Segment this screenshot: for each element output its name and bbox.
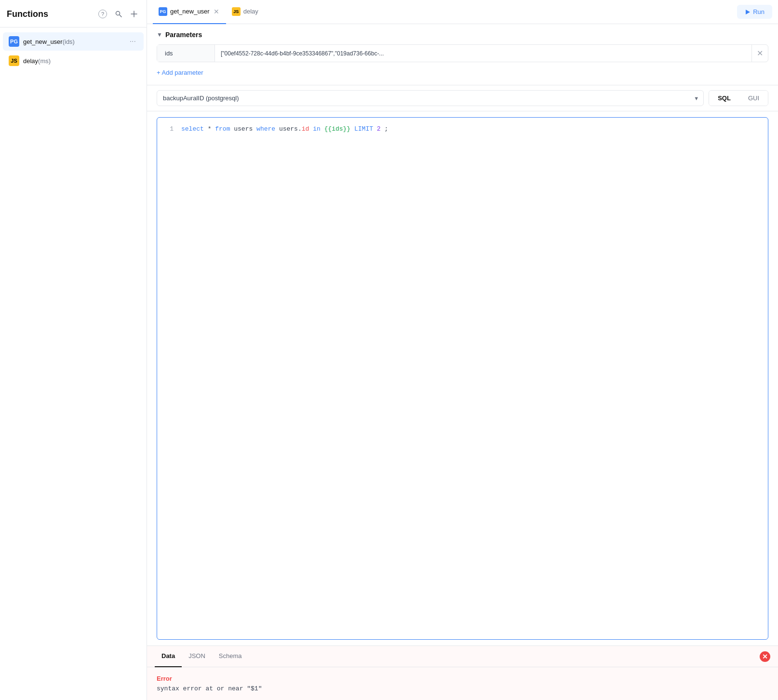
- gui-view-button[interactable]: GUI: [739, 91, 768, 106]
- results-tabs: Data JSON Schema ✕: [147, 646, 778, 667]
- sidebar-item-label: get_new_user(ids): [23, 38, 124, 45]
- param-key: ids: [157, 45, 215, 62]
- js-icon: JS: [9, 55, 19, 66]
- add-parameter-button[interactable]: + Add parameter: [157, 67, 203, 78]
- sidebar-item-delay[interactable]: JS delay(ms) ···: [3, 52, 144, 70]
- tab-label: get_new_user: [170, 8, 210, 15]
- param-value[interactable]: ["00ef4552-728c-44d6-b4bf-9ce353346867",…: [215, 45, 751, 62]
- svg-marker-4: [746, 10, 750, 14]
- item-more-button[interactable]: ···: [128, 36, 138, 47]
- tab-js-icon: JS: [232, 7, 241, 16]
- db-select[interactable]: backupAuralID (postgresql): [157, 90, 704, 106]
- sidebar-item-label: delay(ms): [23, 57, 138, 65]
- param-delete-button[interactable]: ✕: [751, 45, 768, 62]
- help-icon: ?: [98, 10, 107, 18]
- run-label: Run: [753, 8, 765, 15]
- main-area: PG get_new_user ✕ JS delay Run ▼ Paramet…: [147, 0, 778, 700]
- sidebar-title: Functions: [7, 9, 93, 19]
- search-button[interactable]: [113, 8, 124, 20]
- sidebar: Functions ? PG get_new_user(ids) ··· JS: [0, 0, 147, 700]
- code-line: 1 select * from users where users.id in …: [167, 125, 758, 133]
- param-row: ids ["00ef4552-728c-44d6-b4bf-9ce3533468…: [157, 44, 768, 62]
- sidebar-header: Functions ?: [0, 0, 147, 27]
- search-icon: [115, 10, 122, 18]
- code-editor[interactable]: 1 select * from users where users.id in …: [157, 117, 768, 640]
- sidebar-item-get-new-user[interactable]: PG get_new_user(ids) ···: [3, 32, 144, 51]
- error-label: Error: [157, 675, 768, 682]
- results-content: Error syntax error at or near "$1": [147, 667, 778, 700]
- svg-line-1: [120, 15, 121, 17]
- tab-delay[interactable]: JS delay: [226, 0, 264, 24]
- result-tab-data[interactable]: Data: [155, 646, 182, 667]
- tab-pg-icon: PG: [159, 7, 167, 16]
- chevron-down-icon: ▼: [157, 31, 162, 38]
- tab-close-button[interactable]: ✕: [213, 8, 220, 15]
- function-list: PG get_new_user(ids) ··· JS delay(ms) ··…: [0, 27, 147, 75]
- run-button[interactable]: Run: [737, 5, 772, 19]
- result-tab-schema[interactable]: Schema: [212, 646, 249, 667]
- parameters-section: ▼ Parameters ids ["00ef4552-728c-44d6-b4…: [147, 24, 778, 85]
- error-message: syntax error at or near "$1": [157, 685, 768, 692]
- help-button[interactable]: ?: [96, 8, 109, 20]
- close-error-button[interactable]: ✕: [760, 651, 770, 662]
- content-area: ▼ Parameters ids ["00ef4552-728c-44d6-b4…: [147, 24, 778, 700]
- parameters-title: Parameters: [165, 31, 202, 39]
- tabs-bar: PG get_new_user ✕ JS delay Run: [147, 0, 778, 24]
- tab-get-new-user[interactable]: PG get_new_user ✕: [153, 0, 226, 24]
- plus-icon: [130, 10, 138, 18]
- pg-icon: PG: [9, 36, 19, 47]
- results-area: Data JSON Schema ✕ Error syntax error at…: [147, 646, 778, 700]
- line-number: 1: [167, 125, 174, 133]
- sql-view-button[interactable]: SQL: [709, 91, 739, 106]
- db-toolbar: backupAuralID (postgresql) ▼ SQL GUI: [147, 85, 778, 111]
- add-function-button[interactable]: [128, 8, 140, 20]
- db-select-wrapper: backupAuralID (postgresql) ▼: [157, 90, 704, 106]
- play-icon: [745, 9, 751, 15]
- parameters-header[interactable]: ▼ Parameters: [157, 31, 768, 39]
- view-toggle: SQL GUI: [709, 90, 768, 106]
- code-content: select * from users where users.id in {{…: [181, 125, 388, 133]
- result-tab-json[interactable]: JSON: [182, 646, 212, 667]
- tab-label: delay: [243, 8, 258, 15]
